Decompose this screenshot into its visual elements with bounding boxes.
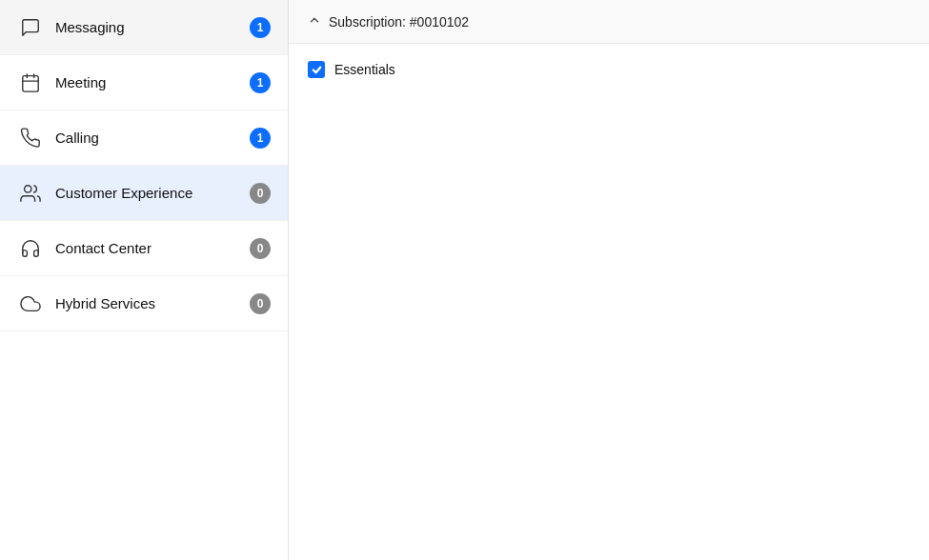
customer-experience-icon [17, 183, 44, 204]
svg-rect-0 [23, 75, 39, 91]
sidebar-item-customer-experience[interactable]: Customer Experience 0 [0, 166, 288, 221]
subscription-title: Subscription: #0010102 [329, 14, 469, 30]
chevron-up-icon [308, 13, 321, 30]
svg-point-4 [25, 185, 31, 191]
sidebar-item-messaging-label: Messaging [55, 19, 250, 35]
sidebar-item-contact-center-label: Contact Center [55, 240, 250, 256]
calling-icon [17, 128, 44, 149]
sidebar-item-customer-experience-badge: 0 [250, 183, 271, 204]
sidebar-item-messaging[interactable]: Messaging 1 [0, 0, 288, 55]
sidebar-item-calling-badge: 1 [250, 128, 271, 149]
sidebar-item-customer-experience-label: Customer Experience [55, 185, 250, 201]
sidebar-item-calling[interactable]: Calling 1 [0, 110, 288, 166]
sidebar-item-hybrid-services-badge: 0 [250, 293, 271, 314]
main-content: Subscription: #0010102 Essentials [289, 0, 929, 560]
meeting-icon [17, 72, 44, 93]
sidebar-item-messaging-badge: 1 [250, 17, 271, 38]
essentials-label: Essentials [334, 62, 395, 77]
sidebar-item-meeting[interactable]: Meeting 1 [0, 55, 288, 110]
sidebar-item-hybrid-services-label: Hybrid Services [55, 295, 250, 311]
contact-center-icon [17, 238, 44, 259]
sidebar-item-meeting-label: Meeting [55, 74, 250, 90]
sidebar-item-hybrid-services[interactable]: Hybrid Services 0 [0, 276, 288, 331]
sidebar: Messaging 1 Meeting 1 Calling 1 Customer… [0, 0, 289, 560]
sidebar-item-calling-label: Calling [55, 130, 250, 146]
subscription-header[interactable]: Subscription: #0010102 [289, 0, 929, 44]
sidebar-item-contact-center-badge: 0 [250, 238, 271, 259]
sidebar-item-contact-center[interactable]: Contact Center 0 [0, 221, 288, 276]
essentials-row: Essentials [289, 44, 929, 95]
sidebar-item-meeting-badge: 1 [250, 72, 271, 93]
hybrid-services-icon [17, 293, 44, 314]
messaging-icon [17, 17, 44, 38]
essentials-checkbox[interactable] [308, 61, 325, 78]
